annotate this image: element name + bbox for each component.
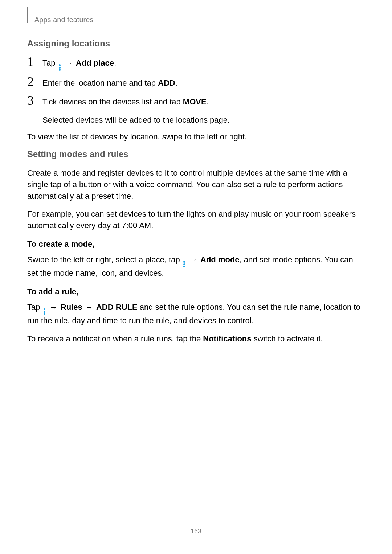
step-number: 2 — [27, 75, 42, 88]
arrow-text: → — [62, 58, 76, 67]
breadcrumb: Apps and features — [27, 15, 365, 25]
step-number: 3 — [27, 94, 42, 107]
section-title-setting-modes: Setting modes and rules — [27, 149, 365, 159]
step-number: 1 — [27, 55, 42, 68]
text: Tick devices on the devices list and tap — [42, 97, 183, 106]
step-2: 2 Enter the location name and tap ADD. — [27, 77, 365, 90]
step-3: 3 Tick devices on the devices list and t… — [27, 95, 365, 108]
paragraph: For example, you can set devices to turn… — [27, 208, 365, 231]
bold-text: Add place — [76, 58, 114, 67]
text: Swipe to the left or right, select a pla… — [27, 255, 182, 264]
section-title-assigning-locations: Assigning locations — [27, 38, 365, 49]
text: Tap — [27, 303, 42, 312]
more-options-icon — [183, 261, 185, 267]
text: . — [175, 78, 177, 87]
paragraph: Tap → Rules → ADD RULE and set the rule … — [27, 301, 365, 327]
paragraph: To view the list of devices by location,… — [27, 131, 365, 143]
arrow-text: → — [47, 303, 61, 312]
step-3-sub: Selected devices will be added to the lo… — [42, 114, 365, 126]
page-number: 163 — [0, 528, 392, 535]
bold-text: Rules — [61, 303, 82, 312]
step-body: Tap → Add place. — [42, 57, 116, 71]
bold-text: ADD RULE — [96, 303, 138, 312]
text: . — [114, 58, 116, 67]
text: To receive a notification when a rule ru… — [27, 334, 203, 343]
more-options-icon — [44, 308, 46, 315]
more-options-icon — [59, 64, 61, 71]
paragraph: Create a mode and register devices to it… — [27, 167, 365, 202]
step-body: Tick devices on the devices list and tap… — [42, 95, 209, 108]
subheading-add-rule: To add a rule, — [27, 287, 365, 296]
paragraph: To receive a notification when a rule ru… — [27, 333, 365, 345]
arrow-text: → — [187, 255, 200, 264]
paragraph: Swipe to the left or right, select a pla… — [27, 254, 365, 279]
bold-text: ADD — [158, 78, 175, 87]
subheading-create-mode: To create a mode, — [27, 239, 365, 249]
text: switch to activate it. — [252, 334, 323, 343]
step-1: 1 Tap → Add place. — [27, 57, 365, 71]
step-body: Enter the location name and tap ADD. — [42, 77, 177, 89]
bold-text: Notifications — [203, 334, 251, 343]
bold-text: MOVE — [183, 97, 207, 106]
arrow-text: → — [82, 303, 96, 312]
text: Enter the location name and tap — [42, 78, 158, 87]
text: . — [207, 97, 209, 106]
bold-text: Add mode — [200, 255, 240, 264]
header-rule — [27, 7, 28, 23]
text: Tap — [42, 58, 58, 67]
breadcrumb-text: Apps and features — [34, 16, 93, 24]
